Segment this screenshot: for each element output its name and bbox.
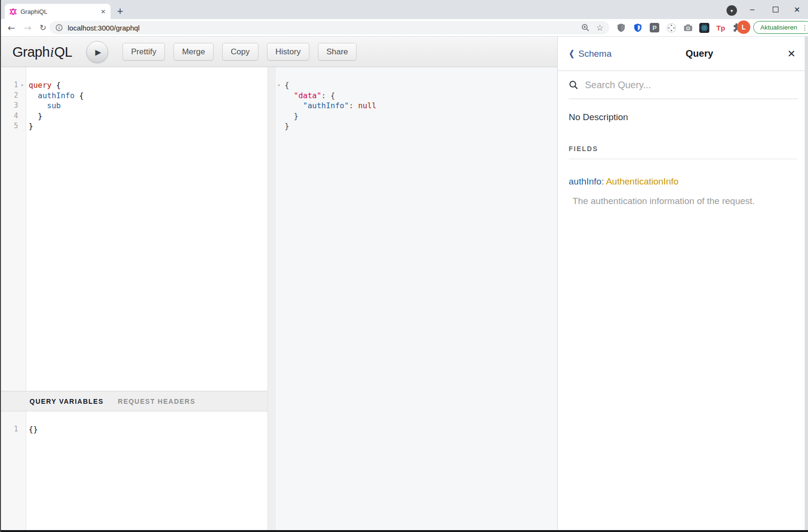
tab-request-headers[interactable]: REQUEST HEADERS — [118, 398, 195, 405]
tab-query-variables[interactable]: QUERY VARIABLES — [30, 398, 103, 405]
code-text: {} — [26, 424, 38, 435]
chrome-update-indicator-icon[interactable]: ▾ — [726, 5, 737, 16]
field-name-link[interactable]: authInfo — [569, 176, 602, 186]
search-icon — [569, 80, 579, 90]
line-number: 1 — [0, 424, 18, 435]
code-text: "data": { — [282, 91, 335, 101]
bitwarden-shield-icon[interactable] — [633, 22, 643, 33]
field-colon: : — [602, 176, 606, 186]
query-editor-lines: 1▾query {2 authInfo {3 sub4 }5} — [0, 80, 267, 132]
address-bar[interactable]: localhost:3000/graphql ☆ — [50, 21, 609, 34]
browser-tab[interactable]: GraphiQL ✕ — [5, 4, 111, 19]
field-description: The authentication information of the re… — [573, 196, 797, 206]
copy-button[interactable]: Copy — [222, 43, 258, 61]
move-circle-icon[interactable] — [666, 22, 676, 33]
result-viewer: ▾{ "data": { "authInfo": null }} — [276, 67, 557, 530]
ublock-shield-icon[interactable] — [616, 22, 626, 33]
back-button[interactable]: ← — [5, 21, 18, 34]
doc-search-box[interactable]: Search Query... — [569, 71, 798, 99]
doc-field-item: authInfo: AuthenticationInfo — [569, 176, 797, 187]
doc-title: Query — [612, 48, 787, 59]
merge-button[interactable]: Merge — [174, 43, 214, 61]
fold-gutter — [18, 91, 26, 101]
update-button-label: Aktualisieren — [760, 24, 797, 31]
code-text: authInfo { — [26, 91, 84, 101]
doc-close-button[interactable]: ✕ — [787, 48, 796, 60]
query-line[interactable]: 4 } — [0, 111, 267, 122]
new-tab-button[interactable]: + — [113, 5, 127, 18]
code-text: } — [282, 121, 289, 132]
window-minimize-button[interactable]: – — [744, 3, 761, 16]
doc-no-description: No Description — [569, 112, 797, 123]
history-button[interactable]: History — [267, 43, 309, 61]
extensions-row: P — [616, 21, 743, 34]
variables-tab-bar: QUERY VARIABLESREQUEST HEADERS — [0, 391, 267, 411]
code-text: query { — [26, 80, 61, 91]
variables-line[interactable]: 1{} — [0, 424, 267, 435]
fold-gutter — [276, 111, 282, 122]
execute-query-button[interactable]: ▶ — [86, 41, 108, 63]
browser-window: GraphiQL ✕ + ▾ – ✕ ← → ↻ localhost:3000/… — [0, 0, 808, 532]
window-bottom-edge — [0, 530, 808, 532]
react-devtools-icon[interactable] — [699, 23, 709, 33]
query-line[interactable]: 3 sub — [0, 101, 267, 111]
tp-badge-icon[interactable]: Tp — [716, 22, 726, 33]
code-text: sub — [26, 101, 61, 111]
window-close-button[interactable]: ✕ — [788, 3, 806, 16]
fold-gutter — [18, 101, 26, 111]
graphiql-toolbar-buttons: PrettifyMergeCopyHistoryShare — [123, 43, 357, 61]
tab-title: GraphiQL — [20, 8, 101, 15]
share-button[interactable]: Share — [318, 43, 357, 61]
window-maximize-button[interactable] — [767, 3, 784, 16]
p-badge-icon[interactable]: P — [649, 22, 660, 33]
page-zoom-icon[interactable] — [581, 23, 590, 32]
result-line[interactable]: "data": { — [276, 91, 557, 101]
titlebar: GraphiQL ✕ + ▾ – ✕ — [0, 0, 808, 19]
bookmark-star-icon[interactable]: ☆ — [596, 23, 603, 32]
code-text: } — [26, 121, 33, 132]
tab-close-icon[interactable]: ✕ — [101, 8, 106, 15]
profile-avatar[interactable]: L — [737, 20, 750, 34]
field-type-link[interactable]: AuthenticationInfo — [606, 176, 678, 186]
graphql-favicon-icon — [10, 8, 17, 15]
url-text[interactable]: localhost:3000/graphql — [68, 24, 140, 32]
doc-scrollbar[interactable] — [805, 37, 808, 530]
forward-button[interactable]: → — [21, 21, 34, 34]
result-viewer-lines: ▾{ "data": { "authInfo": null }} — [276, 80, 557, 132]
editor-result-divider[interactable] — [267, 67, 276, 530]
chevron-left-icon: ❮ — [569, 49, 574, 59]
variables-editor[interactable]: 1{} — [0, 411, 267, 530]
documentation-explorer: ❮ Schema Query ✕ Search Query... No Desc… — [557, 37, 808, 530]
camera-icon[interactable] — [683, 22, 693, 33]
fold-arrow-icon[interactable]: ▾ — [276, 80, 282, 91]
fold-arrow-icon[interactable]: ▾ — [18, 80, 26, 91]
variables-editor-lines: 1{} — [0, 424, 267, 435]
result-line[interactable]: ▾{ — [276, 80, 557, 91]
window-left-edge — [0, 0, 1, 532]
doc-explorer-header: ❮ Schema Query ✕ — [558, 37, 808, 71]
fold-gutter — [276, 91, 282, 101]
chrome-update-button[interactable]: Aktualisieren ⋮ — [753, 21, 808, 34]
doc-back-label: Schema — [578, 49, 612, 59]
fold-gutter — [18, 424, 26, 435]
play-icon: ▶ — [95, 48, 101, 57]
code-text: "authInfo": null — [282, 101, 377, 111]
query-line[interactable]: 2 authInfo { — [0, 91, 267, 101]
line-number: 3 — [0, 101, 18, 111]
query-line[interactable]: 1▾query { — [0, 80, 267, 91]
result-line[interactable]: } — [276, 121, 557, 132]
prettify-button[interactable]: Prettify — [123, 43, 165, 61]
line-number: 4 — [0, 111, 18, 122]
result-line[interactable]: "authInfo": null — [276, 101, 557, 111]
reload-button[interactable]: ↻ — [36, 21, 50, 34]
result-line[interactable]: } — [276, 111, 557, 122]
maximize-icon — [773, 7, 778, 12]
chrome-menu-kebab-icon[interactable]: ⋮ — [801, 24, 808, 31]
graphiql-logo: GraphiQL — [12, 37, 72, 67]
code-text: } — [26, 111, 42, 122]
doc-back-link[interactable]: ❮ Schema — [568, 49, 612, 59]
query-editor[interactable]: 1▾query {2 authInfo {3 sub4 }5} — [0, 67, 267, 391]
query-line[interactable]: 5} — [0, 121, 267, 132]
doc-category-title: FIELDS — [569, 145, 797, 159]
page-info-icon[interactable] — [55, 24, 63, 31]
